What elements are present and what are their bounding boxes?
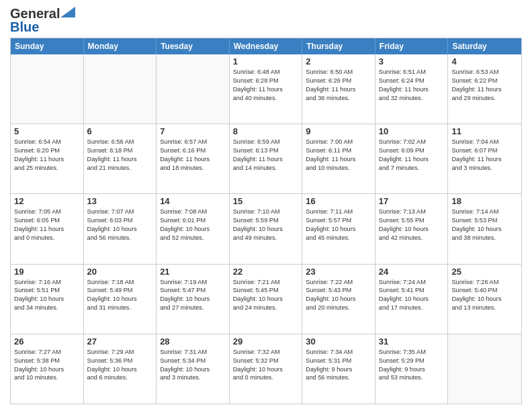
day-cell-13: 13Sunrise: 7:07 AM Sunset: 6:03 PM Dayli…	[84, 194, 157, 263]
svg-marker-0	[60, 7, 75, 17]
day-cell-12: 12Sunrise: 7:05 AM Sunset: 6:05 PM Dayli…	[11, 194, 84, 263]
day-number: 4	[451, 56, 518, 66]
day-cell-15: 15Sunrise: 7:10 AM Sunset: 5:59 PM Dayli…	[230, 194, 303, 263]
day-number: 18	[451, 196, 518, 206]
day-number: 6	[87, 126, 153, 136]
day-cell-14: 14Sunrise: 7:08 AM Sunset: 6:01 PM Dayli…	[157, 194, 230, 263]
day-info: Sunrise: 7:07 AM Sunset: 6:03 PM Dayligh…	[87, 208, 153, 242]
day-cell-23: 23Sunrise: 7:22 AM Sunset: 5:43 PM Dayli…	[302, 265, 375, 334]
weekday-header-wednesday: Wednesday	[230, 38, 303, 54]
calendar-row-2: 12Sunrise: 7:05 AM Sunset: 6:05 PM Dayli…	[11, 193, 521, 263]
day-info: Sunrise: 6:57 AM Sunset: 6:16 PM Dayligh…	[160, 138, 226, 173]
day-info: Sunrise: 7:35 AM Sunset: 5:29 PM Dayligh…	[379, 348, 445, 383]
day-cell-28: 28Sunrise: 7:31 AM Sunset: 5:34 PM Dayli…	[157, 334, 230, 404]
day-cell-2: 2Sunrise: 6:50 AM Sunset: 6:26 PM Daylig…	[302, 54, 375, 124]
day-info: Sunrise: 7:08 AM Sunset: 6:01 PM Dayligh…	[160, 208, 226, 242]
day-number: 20	[87, 267, 153, 277]
day-info: Sunrise: 6:48 AM Sunset: 6:28 PM Dayligh…	[233, 68, 299, 103]
day-info: Sunrise: 7:19 AM Sunset: 5:47 PM Dayligh…	[160, 278, 226, 313]
day-number: 3	[379, 56, 445, 66]
day-number: 8	[233, 126, 299, 136]
day-info: Sunrise: 7:11 AM Sunset: 5:57 PM Dayligh…	[306, 208, 371, 242]
day-info: Sunrise: 6:56 AM Sunset: 6:18 PM Dayligh…	[87, 138, 153, 173]
calendar-row-3: 19Sunrise: 7:16 AM Sunset: 5:51 PM Dayli…	[11, 264, 521, 334]
day-cell-25: 25Sunrise: 7:26 AM Sunset: 5:40 PM Dayli…	[448, 265, 521, 334]
weekday-header-tuesday: Tuesday	[157, 38, 230, 54]
day-cell-22: 22Sunrise: 7:21 AM Sunset: 5:45 PM Dayli…	[230, 265, 303, 334]
day-info: Sunrise: 7:13 AM Sunset: 5:55 PM Dayligh…	[379, 208, 445, 242]
day-number: 29	[233, 336, 299, 347]
day-cell-1: 1Sunrise: 6:48 AM Sunset: 6:28 PM Daylig…	[230, 54, 303, 124]
weekday-header-sunday: Sunday	[11, 38, 84, 54]
day-info: Sunrise: 7:18 AM Sunset: 5:49 PM Dayligh…	[87, 278, 153, 313]
day-cell-11: 11Sunrise: 7:04 AM Sunset: 6:07 PM Dayli…	[448, 124, 521, 193]
day-info: Sunrise: 7:21 AM Sunset: 5:45 PM Dayligh…	[233, 278, 299, 313]
empty-cell-0-1	[84, 54, 157, 124]
empty-cell-0-2	[157, 54, 230, 124]
day-number: 12	[14, 196, 80, 206]
day-cell-6: 6Sunrise: 6:56 AM Sunset: 6:18 PM Daylig…	[84, 124, 157, 193]
day-info: Sunrise: 7:05 AM Sunset: 6:05 PM Dayligh…	[14, 208, 80, 242]
day-cell-18: 18Sunrise: 7:14 AM Sunset: 5:53 PM Dayli…	[448, 194, 521, 263]
day-cell-24: 24Sunrise: 7:24 AM Sunset: 5:41 PM Dayli…	[375, 265, 449, 334]
day-cell-8: 8Sunrise: 6:59 AM Sunset: 6:13 PM Daylig…	[230, 124, 303, 193]
day-info: Sunrise: 7:26 AM Sunset: 5:40 PM Dayligh…	[451, 278, 518, 313]
weekday-header-monday: Monday	[84, 38, 157, 54]
day-info: Sunrise: 7:31 AM Sunset: 5:34 PM Dayligh…	[160, 348, 226, 383]
day-info: Sunrise: 7:16 AM Sunset: 5:51 PM Dayligh…	[14, 278, 80, 313]
day-number: 21	[160, 267, 226, 277]
header: General Blue	[10, 7, 522, 34]
day-cell-16: 16Sunrise: 7:11 AM Sunset: 5:57 PM Dayli…	[302, 194, 375, 263]
day-info: Sunrise: 6:53 AM Sunset: 6:22 PM Dayligh…	[451, 68, 518, 103]
day-number: 23	[306, 267, 371, 277]
day-info: Sunrise: 7:04 AM Sunset: 6:07 PM Dayligh…	[451, 138, 518, 173]
day-info: Sunrise: 7:32 AM Sunset: 5:32 PM Dayligh…	[233, 348, 299, 383]
logo: General Blue	[10, 7, 75, 34]
day-number: 10	[379, 126, 445, 136]
logo-general: General	[10, 7, 60, 20]
day-info: Sunrise: 7:10 AM Sunset: 5:59 PM Dayligh…	[233, 208, 299, 242]
weekday-header-thursday: Thursday	[302, 38, 375, 54]
day-cell-30: 30Sunrise: 7:34 AM Sunset: 5:31 PM Dayli…	[302, 334, 375, 404]
day-info: Sunrise: 7:27 AM Sunset: 5:38 PM Dayligh…	[14, 348, 80, 383]
calendar-body: 1Sunrise: 6:48 AM Sunset: 6:28 PM Daylig…	[11, 54, 521, 404]
calendar-row-1: 5Sunrise: 6:54 AM Sunset: 6:20 PM Daylig…	[11, 124, 521, 193]
day-number: 30	[306, 336, 371, 347]
day-cell-20: 20Sunrise: 7:18 AM Sunset: 5:49 PM Dayli…	[84, 265, 157, 334]
day-info: Sunrise: 7:02 AM Sunset: 6:09 PM Dayligh…	[379, 138, 445, 173]
day-number: 16	[306, 196, 371, 206]
day-number: 28	[160, 336, 226, 347]
day-number: 15	[233, 196, 299, 206]
calendar-header: SundayMondayTuesdayWednesdayThursdayFrid…	[11, 38, 521, 54]
day-number: 31	[379, 336, 445, 347]
day-number: 19	[14, 267, 80, 277]
day-number: 13	[87, 196, 153, 206]
day-number: 1	[233, 56, 299, 66]
day-cell-31: 31Sunrise: 7:35 AM Sunset: 5:29 PM Dayli…	[375, 334, 449, 404]
page: General Blue SundayMondayTuesdayWednesda…	[0, 0, 532, 411]
empty-cell-0-0	[11, 54, 84, 124]
day-info: Sunrise: 6:51 AM Sunset: 6:24 PM Dayligh…	[379, 68, 445, 103]
day-number: 7	[160, 126, 226, 136]
day-cell-9: 9Sunrise: 7:00 AM Sunset: 6:11 PM Daylig…	[302, 124, 375, 193]
weekday-header-friday: Friday	[375, 38, 449, 54]
day-cell-26: 26Sunrise: 7:27 AM Sunset: 5:38 PM Dayli…	[11, 334, 84, 404]
day-number: 11	[451, 126, 518, 136]
day-number: 14	[160, 196, 226, 206]
day-cell-7: 7Sunrise: 6:57 AM Sunset: 6:16 PM Daylig…	[157, 124, 230, 193]
day-cell-21: 21Sunrise: 7:19 AM Sunset: 5:47 PM Dayli…	[157, 265, 230, 334]
empty-cell-4-6	[448, 334, 521, 404]
day-cell-10: 10Sunrise: 7:02 AM Sunset: 6:09 PM Dayli…	[375, 124, 449, 193]
day-cell-5: 5Sunrise: 6:54 AM Sunset: 6:20 PM Daylig…	[11, 124, 84, 193]
day-cell-29: 29Sunrise: 7:32 AM Sunset: 5:32 PM Dayli…	[230, 334, 303, 404]
calendar: SundayMondayTuesdayWednesdayThursdayFrid…	[10, 38, 522, 404]
day-number: 9	[306, 126, 371, 136]
day-number: 22	[233, 267, 299, 277]
day-cell-4: 4Sunrise: 6:53 AM Sunset: 6:22 PM Daylig…	[448, 54, 521, 124]
day-number: 17	[379, 196, 445, 206]
day-info: Sunrise: 6:50 AM Sunset: 6:26 PM Dayligh…	[306, 68, 371, 103]
day-number: 27	[87, 336, 153, 347]
day-cell-19: 19Sunrise: 7:16 AM Sunset: 5:51 PM Dayli…	[11, 265, 84, 334]
day-info: Sunrise: 7:22 AM Sunset: 5:43 PM Dayligh…	[306, 278, 371, 313]
day-number: 24	[379, 267, 445, 277]
